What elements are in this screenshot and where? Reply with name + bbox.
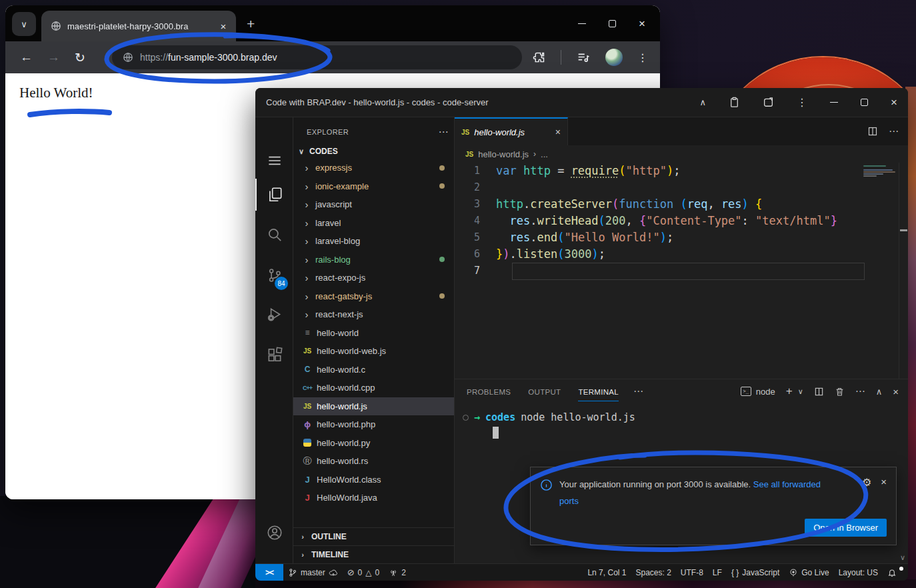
editor-tab-hello-world-js[interactable]: JS hello-world.js × xyxy=(455,117,568,145)
kill-terminal-trash-icon[interactable] xyxy=(835,387,845,397)
profile-avatar[interactable] xyxy=(605,49,623,66)
tree-file-hello-world.cpp[interactable]: C++hello-world.cpp xyxy=(293,379,454,397)
tree-folder-laravel[interactable]: ›laravel xyxy=(293,214,454,233)
indentation[interactable]: Spaces: 2 xyxy=(631,568,675,577)
clipboard-icon[interactable] xyxy=(729,97,740,108)
eol-sequence[interactable]: LF xyxy=(708,568,727,577)
new-terminal-icon[interactable]: + xyxy=(786,385,793,398)
split-editor-icon[interactable] xyxy=(867,126,878,137)
panel-more-icon[interactable]: ⋯ xyxy=(633,385,643,397)
media-controls-icon[interactable] xyxy=(576,50,591,65)
code-line-1[interactable]: 1var http = require("http"); xyxy=(455,163,908,179)
back-icon[interactable]: ← xyxy=(20,50,33,65)
chevron-up-icon[interactable]: ∧ xyxy=(700,97,707,107)
language-mode[interactable]: { } JavaScript xyxy=(727,568,784,577)
port-notification-toast[interactable]: Your application running on port 3000 is… xyxy=(530,467,897,545)
breadcrumb[interactable]: JS hello-world.js › ... xyxy=(455,145,908,163)
browser-menu-kebab-icon[interactable]: ⋮ xyxy=(637,51,648,64)
extensions-puzzle-icon[interactable] xyxy=(532,51,546,65)
explorer-files-icon[interactable] xyxy=(255,179,293,211)
vscode-title-bar[interactable]: Code with BRAP.dev - hello-world.js - co… xyxy=(255,88,908,117)
tree-file-HelloWorld.java[interactable]: JHelloWorld.java xyxy=(293,489,454,507)
keyboard-layout[interactable]: Layout: US xyxy=(834,568,883,577)
explorer-more-icon[interactable]: ⋯ xyxy=(439,126,449,138)
menu-hamburger-icon[interactable] xyxy=(255,145,293,177)
tree-folder-react-next-js[interactable]: ›react-next-js xyxy=(293,305,454,324)
tree-folder-laravel-blog[interactable]: ›laravel-blog xyxy=(293,232,454,251)
search-icon[interactable] xyxy=(255,219,293,251)
tree-file-hello-world.php[interactable]: ϕhello-world.php xyxy=(293,415,454,434)
code-line-3[interactable]: 3http.createServer(function (req, res) { xyxy=(455,196,908,213)
tree-folder-react-gatsby-js[interactable]: ›react-gatsby-js xyxy=(293,287,454,306)
tree-file-hello-world[interactable]: ≡hello-world xyxy=(293,324,454,343)
go-live[interactable]: Go Live xyxy=(784,568,833,577)
minimize-icon[interactable] xyxy=(578,23,586,24)
panel-kebab-icon[interactable]: ⋯ xyxy=(855,385,865,397)
tree-folder-react-expo-js[interactable]: ›react-expo-js xyxy=(293,269,454,287)
terminal-profile[interactable]: >_ node xyxy=(741,387,775,397)
code-editor[interactable]: 1var http = require("http");23http.creat… xyxy=(455,163,908,379)
new-tab-button[interactable]: + xyxy=(247,16,255,32)
code-line-4[interactable]: 4 res.writeHead(200, {"Content-Type": "t… xyxy=(455,213,908,229)
close-icon[interactable]: × xyxy=(891,97,897,108)
maximize-icon[interactable] xyxy=(861,99,868,106)
notification-settings-gear-icon[interactable]: ⚙ xyxy=(862,476,871,510)
close-icon[interactable]: × xyxy=(639,18,645,29)
tab-close-icon[interactable]: × xyxy=(217,21,229,32)
maximize-icon[interactable] xyxy=(609,20,616,27)
cursor-position[interactable]: Ln 7, Col 1 xyxy=(583,568,631,577)
tree-folder-ionic-example[interactable]: ›ionic-example xyxy=(293,177,454,196)
outline-section[interactable]: › OUTLINE xyxy=(293,527,454,545)
panel-tab-problems[interactable]: PROBLEMS xyxy=(467,382,511,401)
panel-tab-output[interactable]: OUTPUT xyxy=(528,382,561,401)
tab-close-icon[interactable]: × xyxy=(555,127,561,137)
branch-status[interactable]: master xyxy=(283,568,343,577)
breadcrumb-file[interactable]: hello-world.js xyxy=(478,149,529,159)
tree-folder-expressjs[interactable]: ›expressjs xyxy=(293,159,454,177)
browser-tab[interactable]: maestri-platelet-harpy-3000.bra × xyxy=(41,11,236,41)
run-debug-icon[interactable] xyxy=(255,299,293,331)
open-in-browser-button[interactable]: Open in Browser xyxy=(805,519,887,537)
editor-more-icon[interactable]: ⋯ xyxy=(889,125,899,137)
close-panel-icon[interactable]: × xyxy=(893,386,899,397)
forward-icon[interactable]: → xyxy=(47,50,60,65)
minimap[interactable] xyxy=(863,165,898,197)
timeline-section[interactable]: › TIMELINE xyxy=(293,545,454,563)
kebab-menu-icon[interactable]: ⋮ xyxy=(797,96,807,109)
code-line-6[interactable]: 6}).listen(3000); xyxy=(455,246,908,263)
source-control-icon[interactable]: 84 xyxy=(255,259,293,291)
tree-file-hello-world.py[interactable]: hello-world.py xyxy=(293,434,454,453)
panel-tab-terminal[interactable]: TERMINAL xyxy=(578,382,619,401)
forwarded-ports-status[interactable]: 2 xyxy=(384,568,411,577)
tree-folder-rails-blog[interactable]: ›rails-blog xyxy=(293,251,454,269)
tree-folder-javascript[interactable]: ›javascript xyxy=(293,195,454,214)
code-line-2[interactable]: 2 xyxy=(455,179,908,196)
notification-close-icon[interactable]: × xyxy=(881,476,887,510)
address-bar[interactable]: https://fun-sample-3000.brap.dev xyxy=(112,45,522,69)
problems-status[interactable]: ⊘ 0 △ 0 xyxy=(343,567,385,577)
account-icon[interactable] xyxy=(255,517,293,549)
scrollbar-thumb[interactable] xyxy=(900,229,907,231)
chevron-down-icon[interactable]: ∨ xyxy=(798,387,803,396)
code-line-7[interactable]: 7 xyxy=(455,263,908,279)
tab-search-button[interactable]: ∨ xyxy=(12,12,36,36)
tree-file-hello-world.rs[interactable]: Ⓡhello-world.rs xyxy=(293,452,454,471)
tree-file-hello-world.js[interactable]: JShello-world.js xyxy=(293,397,454,416)
terminal-body[interactable]: → codes node hello-world.js xyxy=(455,403,908,439)
code-line-5[interactable]: 5 res.end("Hello World!"); xyxy=(455,229,908,246)
command-decoration-icon[interactable] xyxy=(463,415,469,421)
codes-section-header[interactable]: ∨ CODES xyxy=(293,144,454,159)
minimize-icon[interactable] xyxy=(830,102,838,103)
tree-file-hello-world.c[interactable]: Chello-world.c xyxy=(293,361,454,379)
reload-icon[interactable]: ↻ xyxy=(75,50,85,65)
pwa-app-icon[interactable] xyxy=(763,97,774,108)
notifications-bell[interactable] xyxy=(883,568,901,577)
remote-indicator[interactable]: >< xyxy=(255,564,283,581)
chevron-down-icon[interactable]: ∨ xyxy=(900,553,905,562)
extensions-icon[interactable] xyxy=(255,339,293,371)
tree-file-HelloWorld.class[interactable]: JHelloWorld.class xyxy=(293,471,454,489)
encoding[interactable]: UTF-8 xyxy=(676,568,708,577)
split-terminal-icon[interactable] xyxy=(814,387,824,397)
tree-file-hello-world-web.js[interactable]: JShello-world-web.js xyxy=(293,342,454,361)
site-info-globe-icon[interactable] xyxy=(123,52,133,63)
